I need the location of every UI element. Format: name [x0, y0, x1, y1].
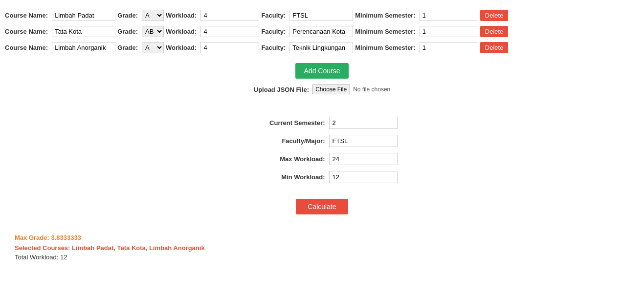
current-semester-input[interactable]	[329, 117, 398, 129]
faculty-input-0[interactable]	[289, 10, 353, 21]
course-name-input-0[interactable]	[52, 10, 115, 21]
grade-label-2: Grade:	[117, 44, 138, 51]
faculty-label-1: Faculty:	[261, 28, 286, 35]
total-workload-result: Total Workload: 12	[15, 254, 629, 261]
min-semester-input-1[interactable]	[420, 26, 478, 37]
center-section: Add Course Upload JSON File: Choose File…	[5, 63, 639, 97]
current-semester-row: Current Semester:	[247, 117, 398, 129]
faculty-label-2: Faculty:	[261, 44, 286, 51]
min-semester-label-1: Minimum Semester:	[355, 28, 416, 35]
delete-button-2[interactable]: Delete	[480, 42, 509, 53]
faculty-major-input[interactable]	[329, 135, 398, 147]
faculty-major-label: Faculty/Major:	[247, 137, 325, 145]
delete-button-1[interactable]: Delete	[480, 26, 509, 37]
choose-file-button[interactable]: Choose File	[312, 85, 350, 94]
max-workload-label: Max Workload:	[247, 155, 325, 163]
grade-select-2[interactable]: AABBBCCDE	[142, 42, 164, 53]
min-workload-row: Min Workload:	[247, 171, 398, 183]
workload-label-2: Workload:	[166, 44, 197, 51]
min-workload-input[interactable]	[329, 171, 398, 183]
main-container: Course Name:Grade:AABBBCCDEWorkload:Facu…	[0, 0, 644, 271]
selected-courses-result: Selected Courses: Limbah Padat, Tata Kot…	[15, 244, 629, 252]
faculty-input-1[interactable]	[289, 26, 353, 37]
course-name-label-2: Course Name:	[5, 44, 48, 51]
courses-container: Course Name:Grade:AABBBCCDEWorkload:Facu…	[5, 10, 639, 53]
course-name-label-0: Course Name:	[5, 12, 48, 19]
params-section: Current Semester: Faculty/Major: Max Wor…	[5, 117, 639, 214]
max-workload-input[interactable]	[329, 153, 398, 165]
course-name-input-2[interactable]	[52, 42, 115, 53]
add-course-button[interactable]: Add Course	[295, 63, 349, 79]
faculty-major-row: Faculty/Major:	[247, 135, 398, 147]
upload-row: Upload JSON File: Choose File No file ch…	[254, 85, 390, 94]
workload-input-0[interactable]	[200, 10, 259, 21]
no-file-text: No file chosen	[353, 86, 390, 93]
faculty-label-0: Faculty:	[261, 12, 286, 19]
max-grade-result: Max Grade: 3.8333333	[15, 234, 629, 241]
course-name-input-1[interactable]	[52, 26, 115, 37]
selected-courses-prefix: Selected Courses: Limbah Padat, Tata Kot…	[15, 244, 149, 252]
min-semester-label-2: Minimum Semester:	[355, 44, 416, 51]
max-workload-row: Max Workload:	[247, 153, 398, 165]
min-semester-input-2[interactable]	[420, 42, 478, 53]
current-semester-label: Current Semester:	[247, 119, 325, 127]
workload-label-1: Workload:	[166, 28, 197, 35]
course-row-0: Course Name:Grade:AABBBCCDEWorkload:Facu…	[5, 10, 639, 21]
min-workload-label: Min Workload:	[247, 173, 325, 181]
course-name-label-1: Course Name:	[5, 28, 48, 35]
course-row-2: Course Name:Grade:AABBBCCDEWorkload:Facu…	[5, 42, 639, 53]
calculate-button[interactable]: Calculate	[296, 199, 348, 214]
min-semester-label-0: Minimum Semester:	[355, 12, 416, 19]
workload-input-2[interactable]	[200, 42, 259, 53]
workload-label-0: Workload:	[166, 12, 197, 19]
min-semester-input-0[interactable]	[420, 10, 478, 21]
grade-select-0[interactable]: AABBBCCDE	[142, 10, 164, 21]
upload-json-label: Upload JSON File:	[254, 86, 309, 93]
selected-courses-highlighted: Limbah Anorganik	[149, 244, 205, 252]
delete-button-0[interactable]: Delete	[480, 10, 509, 21]
course-row-1: Course Name:Grade:AABBBCCDEWorkload:Facu…	[5, 26, 639, 37]
grade-select-1[interactable]: AABBBCCDE	[142, 26, 164, 37]
results-section: Max Grade: 3.8333333 Selected Courses: L…	[5, 234, 639, 261]
faculty-input-2[interactable]	[289, 42, 353, 53]
grade-label-0: Grade:	[117, 12, 138, 19]
workload-input-1[interactable]	[200, 26, 259, 37]
grade-label-1: Grade:	[117, 28, 138, 35]
